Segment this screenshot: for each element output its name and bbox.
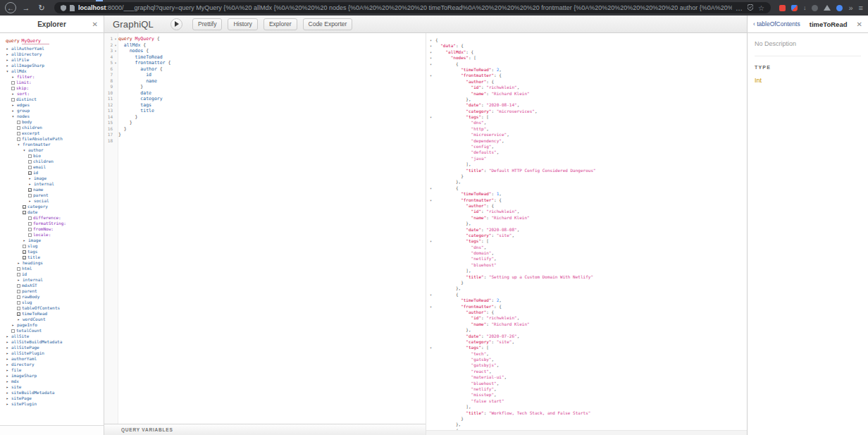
caret-collapsed-icon[interactable]: ▸ bbox=[5, 333, 10, 339]
explorer-tree-item[interactable]: ▸sitePlugin bbox=[0, 401, 104, 407]
editor-line[interactable]: 9 } bbox=[104, 84, 426, 90]
caret-collapsed-icon[interactable]: ▸ bbox=[16, 260, 21, 266]
fold-marker-icon[interactable]: ▾ bbox=[426, 185, 435, 191]
editor-line[interactable]: 7 id bbox=[104, 72, 426, 78]
result-viewer[interactable]: ▾{▾ "data": {▾ "allMdx": {▾ "nodes": [▾ … bbox=[426, 33, 747, 435]
checkbox-icon[interactable] bbox=[17, 301, 20, 305]
overflow-chevrons-icon[interactable]: » bbox=[848, 4, 852, 12]
back-icon[interactable]: ← bbox=[5, 2, 16, 13]
fold-marker-icon[interactable]: ▾ bbox=[426, 55, 435, 61]
explorer-tree-item[interactable]: difference: bbox=[0, 215, 104, 221]
editor-line[interactable]: 6 author { bbox=[104, 66, 426, 73]
editor-line[interactable]: 3▾ nodes { bbox=[104, 48, 426, 54]
checkbox-icon[interactable] bbox=[28, 154, 32, 158]
query-name-input[interactable]: MyQuery bbox=[22, 38, 49, 44]
checkbox-icon[interactable] bbox=[28, 166, 32, 169]
caret-collapsed-icon[interactable]: ▸ bbox=[27, 181, 32, 187]
explorer-tree-item[interactable]: ▸authorYaml bbox=[0, 356, 104, 362]
checkbox-icon[interactable] bbox=[17, 137, 20, 141]
fold-marker-icon[interactable]: ▾ bbox=[426, 304, 435, 310]
caret-expanded-icon[interactable]: ▾ bbox=[22, 147, 27, 153]
explorer-tree-item[interactable]: ▸allSitePlugin bbox=[0, 350, 104, 356]
explorer-tree-item[interactable]: ▸sitePage bbox=[0, 396, 104, 401]
checkbox-icon[interactable] bbox=[17, 290, 20, 293]
editor-line[interactable]: 1▾query MyQuery { bbox=[104, 36, 426, 42]
explorer-tree-item[interactable]: ▾frontmatter bbox=[0, 142, 104, 147]
download-icon[interactable]: ↓ bbox=[803, 5, 807, 11]
explorer-tree-item[interactable]: ✓title bbox=[0, 255, 104, 260]
caret-collapsed-icon[interactable]: ▸ bbox=[5, 362, 10, 367]
explorer-tree-item[interactable]: ✓category bbox=[0, 204, 104, 209]
caret-collapsed-icon[interactable]: ▸ bbox=[5, 46, 10, 51]
explorer-query-row[interactable]: queryMyQuery bbox=[0, 37, 104, 46]
doc-close-icon[interactable]: ✕ bbox=[857, 20, 862, 28]
checkbox-checked-icon[interactable]: ✓ bbox=[28, 171, 32, 175]
caret-collapsed-icon[interactable]: ▸ bbox=[5, 367, 10, 373]
caret-collapsed-icon[interactable]: ▸ bbox=[16, 317, 21, 322]
editor-line[interactable]: 10 date bbox=[104, 90, 426, 97]
explorer-tree-item[interactable]: ▸allDirectory bbox=[0, 51, 104, 57]
explorer-tree-item[interactable]: ✓id bbox=[0, 170, 104, 176]
explorer-tree-item[interactable]: slug bbox=[0, 300, 104, 305]
explorer-tree-item[interactable]: ▸allImageSharp bbox=[0, 63, 104, 68]
caret-collapsed-icon[interactable]: ▸ bbox=[11, 322, 16, 328]
editor-line[interactable]: 13 title bbox=[104, 108, 426, 114]
checkbox-checked-icon[interactable]: ✓ bbox=[23, 211, 26, 214]
fold-marker-icon[interactable]: ▾ bbox=[426, 238, 435, 244]
extension-blue-icon[interactable] bbox=[836, 5, 843, 11]
explorer-tree-item[interactable]: locale: bbox=[0, 232, 104, 238]
explorer-tree-item[interactable]: rawBody bbox=[0, 294, 104, 300]
explorer-tree-item[interactable]: fromNow: bbox=[0, 226, 104, 232]
checkbox-icon[interactable] bbox=[28, 160, 32, 164]
history-button[interactable]: History bbox=[228, 18, 257, 30]
explorer-tree-item[interactable]: mdxAST bbox=[0, 283, 104, 288]
editor-line[interactable]: 12 tags bbox=[104, 102, 426, 109]
address-bar[interactable]: localhost:8000/___graphql?query=query My… bbox=[54, 2, 771, 13]
caret-collapsed-icon[interactable]: ▸ bbox=[5, 350, 10, 356]
caret-collapsed-icon[interactable]: ▸ bbox=[5, 345, 10, 350]
fold-marker-icon[interactable]: ▾ bbox=[113, 60, 118, 66]
fold-marker-icon[interactable]: ▾ bbox=[426, 43, 435, 49]
caret-expanded-icon[interactable]: ▾ bbox=[16, 142, 21, 147]
editor-line[interactable]: 5▾ frontmatter { bbox=[104, 60, 426, 66]
explorer-tree-item[interactable]: ▸image bbox=[0, 176, 104, 181]
explorer-tree-item[interactable]: ▸allFile bbox=[0, 57, 104, 63]
explorer-tree-item[interactable]: ▸internal bbox=[0, 277, 104, 283]
checkbox-icon[interactable] bbox=[17, 307, 20, 310]
fold-marker-icon[interactable]: ▾ bbox=[426, 73, 435, 78]
explorer-tree-item[interactable]: skip: bbox=[0, 85, 104, 91]
extension-shield-icon[interactable] bbox=[791, 5, 798, 11]
caret-collapsed-icon[interactable]: ▸ bbox=[5, 396, 10, 401]
checkbox-checked-icon[interactable]: ✓ bbox=[23, 256, 26, 259]
caret-collapsed-icon[interactable]: ▸ bbox=[5, 379, 10, 384]
code-exporter-button[interactable]: Code Exporter bbox=[303, 18, 353, 30]
fold-marker-icon[interactable]: ▾ bbox=[426, 292, 435, 298]
explorer-tree-item[interactable]: ▸pageInfo bbox=[0, 322, 104, 328]
execute-button[interactable] bbox=[170, 18, 182, 30]
explorer-tree-item[interactable]: ✓date bbox=[0, 209, 104, 215]
caret-collapsed-icon[interactable]: ▸ bbox=[5, 339, 10, 345]
editor-line[interactable]: 8 name bbox=[104, 78, 426, 85]
explorer-tree-item[interactable]: ▾author bbox=[0, 147, 104, 153]
checkbox-checked-icon[interactable]: ✓ bbox=[17, 312, 20, 316]
result-horizontal-scrollbar[interactable] bbox=[426, 430, 747, 435]
caret-collapsed-icon[interactable]: ▸ bbox=[5, 384, 10, 390]
caret-collapsed-icon[interactable]: ▸ bbox=[27, 176, 32, 181]
caret-collapsed-icon[interactable]: ▸ bbox=[11, 91, 16, 97]
caret-collapsed-icon[interactable]: ▸ bbox=[16, 277, 21, 283]
explorer-tree-item[interactable]: ▸allAuthorYaml bbox=[0, 46, 104, 51]
fold-marker-icon[interactable]: ▾ bbox=[426, 345, 435, 350]
caret-expanded-icon[interactable]: ▾ bbox=[11, 114, 16, 119]
checkbox-icon[interactable] bbox=[11, 98, 15, 102]
checkbox-icon[interactable] bbox=[11, 329, 15, 333]
explorer-tree-item[interactable]: ▸internal bbox=[0, 181, 104, 187]
caret-collapsed-icon[interactable]: ▸ bbox=[5, 356, 10, 362]
caret-expanded-icon[interactable]: ▾ bbox=[5, 68, 10, 74]
fold-marker-icon[interactable]: ▾ bbox=[113, 36, 118, 42]
explorer-tree-item[interactable]: ▸image bbox=[0, 238, 104, 243]
explorer-tree-item[interactable]: email bbox=[0, 164, 104, 170]
explorer-tree-item[interactable]: id bbox=[0, 271, 104, 277]
explorer-tree-item[interactable]: ▸wordCount bbox=[0, 317, 104, 322]
reload-icon[interactable]: ↻ bbox=[36, 2, 47, 13]
checkbox-icon[interactable] bbox=[17, 126, 20, 130]
